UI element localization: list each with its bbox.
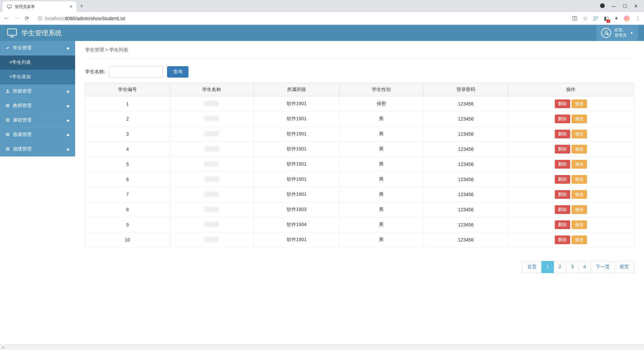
menu-icon[interactable]: ⋮ bbox=[635, 15, 641, 21]
delete-button[interactable]: 删除 bbox=[555, 160, 570, 169]
edit-button[interactable]: 修改 bbox=[572, 130, 587, 138]
cell-gender: 男 bbox=[339, 127, 424, 142]
cell-gender: 男 bbox=[339, 172, 424, 187]
cell-id: 7 bbox=[86, 187, 170, 202]
key-icon[interactable]: ⚿ bbox=[572, 15, 578, 21]
delete-button[interactable]: 删除 bbox=[555, 190, 570, 199]
cell-name bbox=[170, 157, 254, 172]
url-bar[interactable]: ⓘ localhost:8080/admin/showStudentList bbox=[34, 14, 568, 23]
delete-button[interactable]: 删除 bbox=[555, 175, 570, 184]
page-last[interactable]: 尾页 bbox=[614, 261, 634, 273]
cell-class: 软件1901 bbox=[254, 112, 339, 127]
delete-button[interactable]: 删除 bbox=[555, 145, 570, 154]
student-table: 学生编号学生名称所属班级学生性别登录密码操作 1软件1901保密123456删除… bbox=[85, 83, 634, 248]
edit-button[interactable]: 修改 bbox=[572, 175, 587, 184]
delete-button[interactable]: 删除 bbox=[555, 115, 570, 123]
maximize-button[interactable]: ☐ bbox=[623, 3, 627, 9]
cell-name bbox=[170, 202, 254, 217]
edit-button[interactable]: 修改 bbox=[572, 220, 587, 229]
svg-rect-19 bbox=[6, 148, 10, 149]
sidebar-group-label: 选课管理 bbox=[13, 132, 32, 138]
cell-ops: 删除修改 bbox=[508, 142, 634, 157]
svg-rect-17 bbox=[6, 135, 10, 136]
edit-button[interactable]: 修改 bbox=[572, 99, 587, 108]
forward-button[interactable]: → bbox=[14, 15, 20, 22]
cell-id: 6 bbox=[86, 172, 170, 187]
minimize-button[interactable]: — bbox=[611, 3, 616, 9]
delete-button[interactable]: 删除 bbox=[555, 205, 570, 214]
table-row: 10软件1901男123456删除修改 bbox=[86, 232, 634, 248]
table-row: 2软件1901男123456删除修改 bbox=[86, 112, 634, 127]
reload-button[interactable]: ⟳ bbox=[25, 15, 29, 21]
sidebar-group-label: 教师管理 bbox=[13, 103, 32, 109]
user-menu[interactable]: 欢迎, 管理员 ▼ bbox=[596, 25, 638, 41]
page-next[interactable]: 下一页 bbox=[591, 261, 615, 273]
table-row: 6软件1901男123456删除修改 bbox=[86, 172, 634, 187]
sidebar-group-5[interactable]: 成绩管理▶ bbox=[0, 142, 75, 157]
extensions-icon[interactable]: ✦ bbox=[614, 15, 619, 21]
edit-button[interactable]: 修改 bbox=[572, 145, 587, 154]
cell-id: 9 bbox=[86, 217, 170, 232]
page-first[interactable]: 首页 bbox=[522, 261, 542, 273]
search-input[interactable] bbox=[109, 66, 163, 78]
cell-id: 5 bbox=[86, 157, 170, 172]
tab-close-icon[interactable]: × bbox=[69, 4, 72, 10]
monitor-icon bbox=[6, 28, 18, 38]
cell-ops: 删除修改 bbox=[508, 127, 634, 142]
site-info-icon[interactable]: ⓘ bbox=[38, 15, 42, 21]
cell-password: 123456 bbox=[424, 187, 508, 202]
cell-class: 软件1904 bbox=[254, 217, 339, 232]
edit-button[interactable]: 修改 bbox=[572, 190, 587, 199]
chevron-right-icon: ▶ bbox=[67, 147, 70, 151]
delete-button[interactable]: 删除 bbox=[555, 220, 570, 229]
browser-tab[interactable]: 管理员菜单 × bbox=[3, 1, 76, 12]
delete-button[interactable]: 删除 bbox=[555, 130, 570, 138]
edit-button[interactable]: 修改 bbox=[572, 160, 587, 169]
sidebar-group-2[interactable]: 教师管理▶ bbox=[0, 99, 75, 113]
edit-button[interactable]: 修改 bbox=[572, 205, 587, 214]
table-header-3: 学生性别 bbox=[339, 83, 424, 96]
cell-name bbox=[170, 187, 254, 202]
chevron-right-icon: ▶ bbox=[67, 46, 70, 50]
edit-button[interactable]: 修改 bbox=[572, 235, 587, 244]
cell-ops: 删除修改 bbox=[508, 96, 634, 112]
delete-button[interactable]: 删除 bbox=[555, 99, 570, 108]
page-3[interactable]: 3 bbox=[566, 261, 579, 273]
sidebar-group-3[interactable]: 课程管理▶ bbox=[0, 113, 75, 128]
cell-class: 软件1901 bbox=[254, 157, 339, 172]
sidebar-group-4[interactable]: 选课管理▶ bbox=[0, 128, 75, 142]
edit-button[interactable]: 修改 bbox=[572, 115, 587, 123]
sidebar-group-0[interactable]: 学生管理▶ bbox=[0, 41, 75, 55]
page-1[interactable]: 1 bbox=[541, 261, 554, 273]
back-button[interactable]: ← bbox=[3, 15, 9, 22]
cell-gender: 男 bbox=[339, 187, 424, 202]
close-window-button[interactable]: ✕ bbox=[634, 3, 638, 9]
table-row: 9软件1904男123456删除修改 bbox=[86, 217, 634, 232]
cell-gender: 男 bbox=[339, 112, 424, 127]
cell-id: 2 bbox=[86, 112, 170, 127]
new-tab-button[interactable]: + bbox=[80, 3, 84, 10]
search-button[interactable]: 查询 bbox=[167, 66, 189, 78]
table-row: 8软件1903男123456删除修改 bbox=[86, 202, 634, 217]
cell-gender: 男 bbox=[339, 217, 424, 232]
sidebar-group-label: 课程管理 bbox=[13, 117, 32, 123]
table-row: 7软件1901男123456删除修改 bbox=[86, 187, 634, 202]
sidebar: 学生管理▶>学生列表>学生添加班级管理▶教师管理▶课程管理▶选课管理▶成绩管理▶ bbox=[0, 41, 75, 283]
bird-ext-icon[interactable]: 🕊 bbox=[593, 15, 598, 21]
page-2[interactable]: 2 bbox=[554, 261, 567, 273]
svg-rect-11 bbox=[6, 106, 10, 107]
chevron-right-icon: ▶ bbox=[67, 133, 70, 137]
profile-icon[interactable] bbox=[624, 15, 630, 21]
cell-class: 软件1901 bbox=[254, 127, 339, 142]
sidebar-sub-0[interactable]: >学生列表 bbox=[0, 55, 75, 70]
cell-id: 4 bbox=[86, 142, 170, 157]
page-4[interactable]: 4 bbox=[578, 261, 591, 273]
ext-icon[interactable]: ◧1 bbox=[604, 15, 609, 21]
sidebar-group-1[interactable]: 班级管理▶ bbox=[0, 84, 75, 99]
svg-rect-0 bbox=[7, 5, 11, 8]
bookmark-icon[interactable]: ☆ bbox=[583, 15, 588, 21]
main-content: 学生管理 > 学生列表 学生名称: 查询 学生编号学生名称所属班级学生性别登录密… bbox=[75, 41, 644, 283]
delete-button[interactable]: 删除 bbox=[555, 235, 570, 244]
sidebar-sub-1[interactable]: >学生添加 bbox=[0, 70, 75, 84]
cell-password: 123456 bbox=[424, 217, 508, 232]
